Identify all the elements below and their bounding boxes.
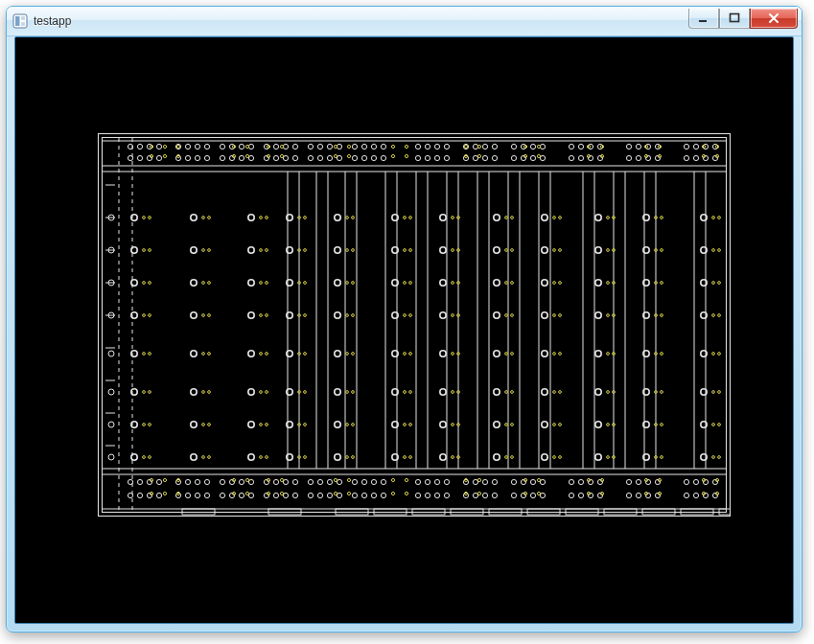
- svg-point-158: [425, 479, 430, 484]
- svg-point-321: [702, 145, 705, 148]
- svg-point-569: [409, 424, 412, 426]
- svg-point-448: [260, 314, 263, 317]
- svg-point-603: [352, 456, 355, 459]
- svg-point-460: [452, 314, 454, 317]
- svg-point-187: [530, 155, 535, 160]
- svg-point-335: [208, 217, 211, 219]
- svg-point-197: [569, 144, 573, 149]
- minimize-button[interactable]: [688, 9, 719, 29]
- svg-point-541: [559, 391, 562, 394]
- svg-point-122: [317, 155, 322, 160]
- svg-point-465: [542, 312, 547, 318]
- svg-point-378: [304, 249, 307, 252]
- svg-point-358: [607, 217, 610, 219]
- svg-point-453: [335, 312, 340, 318]
- svg-point-149: [415, 144, 420, 149]
- svg-point-420: [404, 282, 407, 285]
- svg-point-407: [191, 280, 197, 286]
- svg-point-415: [304, 282, 307, 285]
- svg-point-559: [260, 424, 263, 426]
- svg-point-394: [595, 247, 601, 253]
- svg-point-369: [149, 249, 151, 252]
- svg-point-475: [712, 314, 715, 317]
- svg-point-436: [661, 282, 663, 285]
- maximize-button[interactable]: [719, 9, 750, 29]
- svg-point-156: [444, 155, 449, 160]
- svg-point-91: [239, 155, 244, 160]
- svg-point-393: [559, 249, 562, 252]
- svg-point-391: [542, 247, 547, 253]
- svg-point-270: [280, 154, 283, 157]
- svg-point-124: [337, 155, 341, 160]
- svg-point-290: [464, 154, 467, 157]
- svg-point-537: [505, 391, 508, 394]
- svg-point-92: [248, 155, 253, 160]
- svg-point-296: [477, 492, 480, 494]
- svg-point-594: [208, 456, 211, 459]
- svg-point-281: [391, 145, 394, 148]
- svg-point-521: [248, 389, 254, 395]
- svg-point-551: [108, 422, 114, 427]
- svg-point-83: [195, 493, 199, 497]
- svg-point-401: [712, 249, 715, 252]
- svg-point-166: [473, 144, 477, 149]
- close-button[interactable]: [750, 9, 798, 29]
- svg-point-57: [128, 155, 132, 160]
- svg-point-129: [308, 493, 313, 497]
- svg-point-140: [381, 155, 385, 160]
- svg-point-87: [239, 144, 244, 149]
- svg-point-130: [317, 493, 322, 497]
- svg-point-591: [149, 456, 151, 459]
- titlebar[interactable]: testapp: [7, 7, 802, 36]
- svg-point-175: [482, 479, 487, 484]
- svg-point-71: [195, 144, 199, 149]
- svg-point-418: [352, 282, 355, 285]
- svg-point-280: [347, 492, 350, 494]
- app-icon: [12, 13, 28, 29]
- svg-point-265: [267, 145, 269, 148]
- svg-point-75: [195, 155, 199, 160]
- svg-rect-2: [21, 16, 25, 20]
- pcb-drawing: [98, 133, 731, 517]
- svg-point-417: [346, 282, 349, 285]
- svg-point-302: [537, 154, 540, 157]
- svg-point-536: [494, 389, 500, 395]
- svg-point-297: [523, 145, 526, 148]
- svg-point-106: [273, 155, 278, 160]
- svg-point-557: [208, 424, 211, 426]
- svg-point-477: [108, 351, 114, 356]
- svg-point-480: [149, 353, 151, 356]
- svg-point-161: [415, 493, 420, 497]
- svg-point-331: [143, 217, 146, 219]
- svg-point-279: [347, 478, 350, 481]
- svg-point-116: [292, 493, 297, 497]
- svg-point-568: [404, 424, 407, 426]
- svg-point-275: [334, 478, 337, 481]
- svg-point-303: [537, 478, 540, 481]
- svg-point-309: [600, 145, 603, 148]
- svg-point-455: [352, 314, 355, 317]
- svg-point-502: [542, 351, 547, 356]
- viewport[interactable]: [14, 36, 794, 624]
- svg-point-176: [492, 479, 497, 484]
- svg-point-121: [308, 155, 313, 160]
- svg-point-301: [537, 145, 540, 148]
- svg-point-355: [553, 217, 556, 219]
- svg-point-386: [452, 249, 454, 252]
- svg-point-125: [308, 479, 313, 484]
- svg-point-570: [440, 422, 446, 427]
- svg-point-114: [273, 493, 278, 497]
- svg-point-481: [191, 351, 197, 356]
- svg-point-241: [684, 493, 688, 497]
- svg-point-282: [391, 154, 394, 157]
- svg-point-499: [494, 351, 500, 356]
- svg-point-476: [718, 314, 721, 317]
- svg-point-234: [693, 155, 698, 160]
- svg-point-469: [607, 314, 610, 317]
- svg-point-72: [204, 144, 209, 149]
- svg-point-610: [494, 454, 500, 460]
- svg-point-146: [361, 493, 366, 497]
- svg-point-506: [607, 353, 610, 356]
- svg-point-126: [317, 479, 322, 484]
- svg-point-100: [248, 493, 253, 497]
